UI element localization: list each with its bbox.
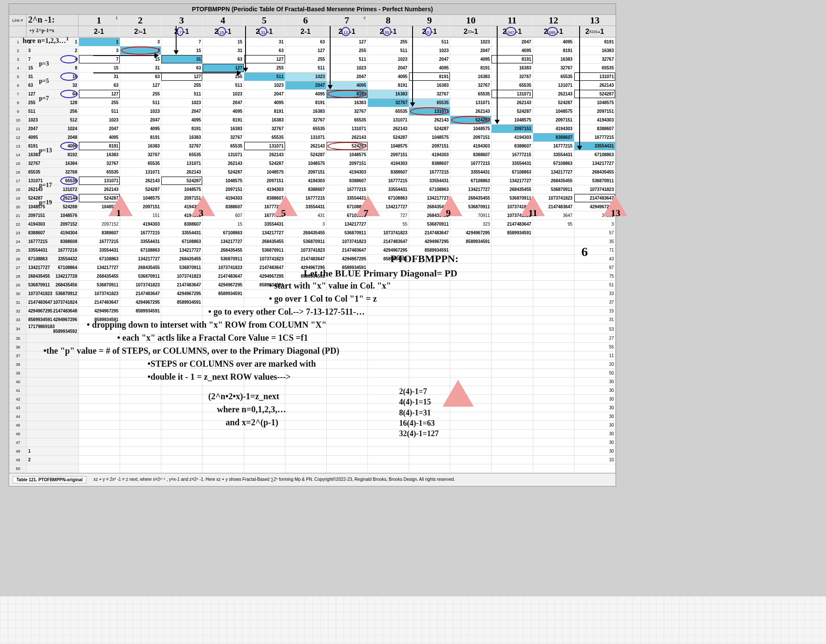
row-number: 6 xyxy=(10,81,27,90)
cell-r31-c9 xyxy=(409,298,450,307)
cell-r27-c7: 8589934591 xyxy=(326,263,367,272)
row-number: 40 xyxy=(10,378,27,386)
row-number: 49 xyxy=(10,456,27,464)
col-header-formula-7: 212-1 xyxy=(326,26,367,37)
cell-r4-c11: 16383 xyxy=(492,64,533,72)
cell-r32-c10 xyxy=(450,307,492,315)
cell-r4-c3: 63 xyxy=(161,64,203,72)
cell-r20-c4: 8388607 xyxy=(203,203,244,211)
cell-r4-c13: 65535 xyxy=(574,64,615,72)
y-x-cell: 268435455134217728 xyxy=(27,272,79,281)
cell-r30-c7 xyxy=(326,289,367,298)
cell-r48-c5 xyxy=(244,447,285,456)
cell-r2-c12: 8191 xyxy=(533,46,574,55)
cell-r26-c3: 268435455 xyxy=(161,255,203,263)
cell-r49-c7 xyxy=(326,456,367,464)
cell-r1-c1: 1 xyxy=(79,38,120,46)
row-number: 1 xyxy=(10,38,27,46)
cell-r5-c10: 16383 xyxy=(450,72,492,81)
cell-r18-c13: 1073741823 xyxy=(574,185,615,194)
cell-r38-c12 xyxy=(533,360,574,369)
cell-r21-c12: 3647 xyxy=(533,211,574,220)
cell-r26-c10 xyxy=(450,255,492,263)
cell-r10-c5: 16383 xyxy=(244,116,285,125)
cell-r32-c9 xyxy=(409,307,450,315)
cell-r37-c10 xyxy=(450,352,492,360)
cell-r8-c5: 4095 xyxy=(244,99,285,107)
cell-r50-c13 xyxy=(574,464,615,473)
y-x-cell xyxy=(27,378,79,386)
cell-r40-c7 xyxy=(326,378,367,386)
cell-r10-c13: 4194303 xyxy=(574,116,615,125)
cell-r9-c4: 4095 xyxy=(203,107,244,116)
cell-r29-c8 xyxy=(367,281,409,289)
cell-r34-c7 xyxy=(326,324,367,334)
cell-r35-c2 xyxy=(120,334,161,343)
cell-r18-c8: 33554431 xyxy=(367,185,409,194)
cell-r9-c12: 1048575 xyxy=(533,107,574,116)
cell-r49-c10 xyxy=(450,456,492,464)
cell-r6-c6: 2047 xyxy=(285,81,326,90)
corner-formula-top: 2^n -1: xyxy=(28,14,55,26)
cell-r34-c12 xyxy=(533,324,574,334)
cell-r25-c5: 536870911 xyxy=(244,246,285,255)
cell-r23-c5: 134217727 xyxy=(244,229,285,237)
cell-r7-c12: 262143 xyxy=(533,90,574,99)
y-x-cell: 21474836471073741824 xyxy=(27,298,79,307)
cell-r45-c3 xyxy=(161,421,203,430)
cell-r25-c1: 33554431 xyxy=(79,246,120,255)
cell-r47-c4 xyxy=(203,438,244,447)
footer-bar: Table 121. PTOFBMPPN-original xz + y = 2… xyxy=(9,473,616,486)
cell-r47-c9 xyxy=(409,438,450,447)
cell-r19-c9: 134217727 xyxy=(409,194,450,203)
cell-r22-c7: 134217727 xyxy=(326,220,367,229)
cell-r16-c7: 4194303 xyxy=(326,168,367,177)
cell-r50-c6 xyxy=(285,464,326,473)
cell-r3-c7: 511 xyxy=(326,55,367,64)
cell-r19-c7: 33554431 xyxy=(326,194,367,203)
cell-r35-c10 xyxy=(450,334,492,343)
cell-r36-c12 xyxy=(533,343,574,352)
cell-r15-c6: 1048575 xyxy=(285,159,326,168)
cell-r40-c9 xyxy=(409,378,450,386)
row-number: 12 xyxy=(10,133,27,142)
sheet-tab[interactable]: Table 121. PTOFBMPPN-original xyxy=(13,476,86,483)
y-x-cell: 1048575524288 xyxy=(27,203,79,211)
cell-r3-c10: 4095 xyxy=(450,55,492,64)
cell-r46-c11 xyxy=(492,430,533,438)
cell-r15-c4: 262143 xyxy=(203,159,244,168)
cell-r45-c8 xyxy=(367,421,409,430)
cell-r37-c9 xyxy=(409,352,450,360)
cell-r15-c9: 8388607 xyxy=(409,159,450,168)
cell-r31-c7 xyxy=(326,298,367,307)
cell-r26-c13: 43 xyxy=(574,255,615,263)
cell-r31-c5 xyxy=(244,298,285,307)
cell-r45-c6 xyxy=(285,421,326,430)
y-x-cell: 3116 xyxy=(27,72,79,81)
cell-r22-c13: 3 xyxy=(574,220,615,229)
cell-r34-c10 xyxy=(450,324,492,334)
cell-r4-c9: 4095 xyxy=(409,64,450,72)
cell-r42-c2 xyxy=(120,395,161,404)
cell-r38-c9 xyxy=(409,360,450,369)
cell-r23-c10: 4294967295 xyxy=(450,229,492,237)
y-x-cell: 524287262144 xyxy=(27,194,79,203)
cell-r43-c8 xyxy=(367,404,409,412)
cell-r17-c10: 67108863 xyxy=(450,177,492,185)
cell-r33-c2 xyxy=(120,315,161,324)
cell-r50-c5 xyxy=(244,464,285,473)
cell-r44-c1 xyxy=(79,412,120,421)
cell-r13-c4: 65535 xyxy=(203,142,244,151)
cell-r20-c8: 134217727 xyxy=(367,203,409,211)
row-number: 19 xyxy=(10,194,27,203)
cell-r28-c8 xyxy=(367,272,409,281)
cell-r25-c10 xyxy=(450,246,492,255)
y-x-cell xyxy=(27,386,79,395)
cell-r45-c4 xyxy=(203,421,244,430)
cell-r18-c9: 67108863 xyxy=(409,185,450,194)
cell-r8-c9: 65535 xyxy=(409,99,450,107)
cell-r36-c13: 55 xyxy=(574,343,615,352)
cell-r14-c10: 8388607 xyxy=(450,151,492,159)
header-row-formulas: +y 2^p-1=x 2-123-127-1215-1231-12-1212-1… xyxy=(9,26,616,37)
cell-r2-c7: 255 xyxy=(326,46,367,55)
